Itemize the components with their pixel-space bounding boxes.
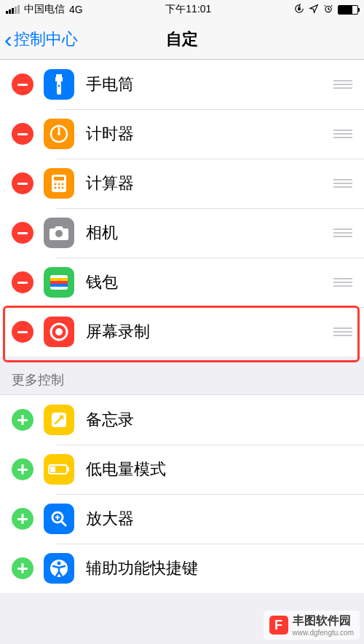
item-label: 屏幕录制 xyxy=(86,321,332,343)
svg-rect-26 xyxy=(68,467,69,472)
low-power-icon xyxy=(44,454,74,485)
notes-icon xyxy=(44,405,74,435)
item-label: 计时器 xyxy=(86,123,332,145)
drag-handle-icon[interactable] xyxy=(332,327,354,336)
watermark-url: www.dgfengtu.com xyxy=(293,629,355,637)
wallet-icon xyxy=(44,267,74,298)
section-header: 更多控制 xyxy=(0,357,364,394)
rotation-lock-icon xyxy=(294,4,304,16)
svg-point-14 xyxy=(58,187,60,189)
alarm-icon xyxy=(323,4,333,16)
svg-rect-9 xyxy=(54,177,64,180)
list-item: 计时器 xyxy=(0,109,364,159)
remove-button[interactable] xyxy=(12,123,33,145)
accessibility-icon xyxy=(44,553,74,584)
watermark: F 丰图软件园 www.dgfengtu.com xyxy=(264,611,360,640)
list-item: 辅助功能快捷键 xyxy=(0,544,364,593)
list-item: 放大器 xyxy=(0,494,364,544)
list-item: 低电量模式 xyxy=(0,445,364,494)
status-bar: 中国电信 4G 下午11:01 xyxy=(0,0,364,19)
svg-rect-2 xyxy=(56,74,62,77)
remove-button[interactable] xyxy=(12,222,33,244)
clock-label: 下午11:01 xyxy=(165,3,211,16)
svg-point-22 xyxy=(55,328,63,335)
drag-handle-icon[interactable] xyxy=(332,80,354,89)
watermark-brand: 丰图软件园 xyxy=(293,613,355,629)
item-label: 放大器 xyxy=(86,508,354,530)
list-item: 钱包 xyxy=(0,258,364,307)
add-button[interactable] xyxy=(12,458,33,480)
item-label: 低电量模式 xyxy=(86,458,354,480)
item-label: 计算器 xyxy=(86,172,332,194)
item-label: 手电筒 xyxy=(86,73,332,95)
carrier-label: 中国电信 xyxy=(24,3,65,16)
svg-point-7 xyxy=(58,132,60,135)
nav-bar: ‹ 控制中心 自定 xyxy=(0,19,364,60)
add-button[interactable] xyxy=(12,508,33,530)
list-item: 计算器 xyxy=(0,159,364,208)
svg-point-5 xyxy=(58,85,60,87)
remove-button[interactable] xyxy=(12,271,33,293)
item-label: 辅助功能快捷键 xyxy=(86,557,354,579)
remove-button[interactable] xyxy=(12,172,33,194)
add-button[interactable] xyxy=(12,409,33,431)
svg-point-29 xyxy=(58,562,61,565)
list-item: 手电筒 xyxy=(0,60,364,109)
svg-rect-18 xyxy=(50,278,68,281)
watermark-logo-icon: F xyxy=(269,616,288,635)
remove-button[interactable] xyxy=(12,321,33,343)
signal-icon xyxy=(6,5,20,14)
timer-icon xyxy=(44,119,74,149)
camera-icon xyxy=(44,218,74,248)
svg-rect-20 xyxy=(50,284,68,287)
list-item: 屏幕录制 xyxy=(0,307,364,357)
more-controls-list: 备忘录 低电量模式 放大器 辅助功能快捷键 xyxy=(0,394,364,593)
list-item: 备忘录 xyxy=(0,395,364,445)
network-label: 4G xyxy=(69,4,83,15)
drag-handle-icon[interactable] xyxy=(332,179,354,188)
svg-rect-3 xyxy=(55,77,63,82)
flashlight-icon xyxy=(44,69,74,100)
item-label: 相机 xyxy=(86,222,332,244)
svg-point-13 xyxy=(55,187,57,189)
included-list: 手电筒 计时器 计算器 相机 钱包 xyxy=(0,60,364,357)
back-label: 控制中心 xyxy=(14,28,78,50)
magnifier-icon xyxy=(44,504,74,534)
svg-rect-25 xyxy=(50,466,55,472)
battery-icon xyxy=(338,5,358,15)
svg-point-10 xyxy=(55,183,57,186)
remove-button[interactable] xyxy=(12,73,33,95)
svg-point-12 xyxy=(62,183,64,186)
item-label: 钱包 xyxy=(86,271,332,293)
svg-point-11 xyxy=(58,183,60,186)
drag-handle-icon[interactable] xyxy=(332,130,354,138)
item-label: 备忘录 xyxy=(86,409,354,431)
svg-point-15 xyxy=(62,187,64,189)
svg-rect-19 xyxy=(50,281,68,284)
location-icon xyxy=(309,4,319,16)
list-item: 相机 xyxy=(0,208,364,258)
drag-handle-icon[interactable] xyxy=(332,278,354,287)
chevron-left-icon: ‹ xyxy=(4,28,12,51)
svg-rect-4 xyxy=(57,82,61,95)
svg-rect-0 xyxy=(298,7,301,10)
screen-recording-icon xyxy=(44,317,74,347)
add-button[interactable] xyxy=(12,557,33,579)
calculator-icon xyxy=(44,168,74,199)
svg-point-16 xyxy=(55,230,63,237)
back-button[interactable]: ‹ 控制中心 xyxy=(0,28,78,51)
drag-handle-icon[interactable] xyxy=(332,228,354,237)
